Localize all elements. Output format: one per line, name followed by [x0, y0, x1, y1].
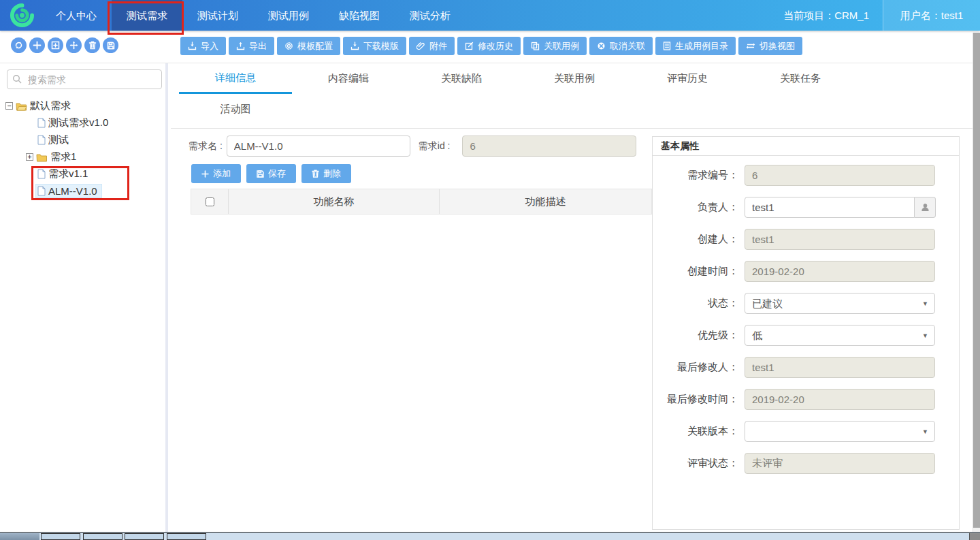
- plus-icon: [201, 170, 209, 178]
- main-content: 详细信息 内容编辑 关联缺陷 关联用例 评审历史 关联任务 活动图 需求名 : …: [171, 63, 973, 532]
- taskbar-item: [125, 533, 164, 540]
- tree-node-test-req-v10[interactable]: 测试需求v1.0: [0, 114, 165, 131]
- add-node-button[interactable]: [29, 37, 45, 53]
- priority-select[interactable]: 低 ▼: [745, 325, 935, 346]
- select-all-checkbox[interactable]: [206, 197, 214, 206]
- save-function-button[interactable]: 保存: [246, 164, 296, 183]
- folder-open-icon: [16, 101, 27, 111]
- scrollbar-thumb[interactable]: [973, 33, 980, 528]
- tree-node-test[interactable]: 测试: [0, 131, 165, 148]
- delete-node-button[interactable]: [84, 37, 100, 53]
- field-priority: 优先级： 低 ▼: [653, 325, 959, 357]
- tab-detail-info[interactable]: 详细信息: [179, 63, 292, 94]
- tab-content-edit[interactable]: 内容编辑: [292, 63, 405, 94]
- dropdown-arrow-icon: ▼: [922, 293, 928, 315]
- x-circle-icon: [597, 42, 606, 50]
- plus-icon: [33, 41, 42, 50]
- download-template-button[interactable]: 下载模版: [343, 37, 406, 55]
- toolbar: 导入 导出 模板配置 下载模版 附件 修改历史: [0, 31, 980, 63]
- nav-item-personal-center[interactable]: 个人中心: [41, 0, 112, 31]
- selected-tree-node[interactable]: ALM--V1.0: [35, 184, 102, 198]
- doc-list-icon: [663, 42, 671, 50]
- nav-item-defect-view[interactable]: 缺陷视图: [324, 0, 395, 31]
- tree-node-default-requirements[interactable]: − 默认需求: [0, 97, 165, 114]
- template-config-button[interactable]: 模板配置: [277, 37, 340, 55]
- field-requirement-number: 需求编号：: [653, 165, 959, 197]
- save-node-button[interactable]: [103, 37, 118, 53]
- function-table-header: 功能名称 功能描述: [191, 189, 652, 215]
- tab-activity-diagram[interactable]: 活动图: [179, 94, 292, 124]
- import-button[interactable]: 导入: [180, 37, 226, 55]
- function-actions: 添加 保存 删除: [191, 164, 351, 183]
- nav-item-test-analysis[interactable]: 测试分析: [395, 0, 466, 31]
- creator-input: [745, 229, 935, 250]
- field-last-modified-time: 最后修改时间：: [653, 389, 959, 421]
- add-function-button[interactable]: 添加: [191, 164, 241, 183]
- search-icon: [12, 74, 22, 84]
- taskbar-item: [41, 533, 80, 540]
- linked-version-select[interactable]: ▼: [745, 421, 935, 442]
- requirement-name-input[interactable]: [227, 136, 410, 157]
- export-button[interactable]: 导出: [229, 37, 274, 55]
- tab-linked-tasks[interactable]: 关联任务: [744, 63, 857, 94]
- requirement-name-label: 需求名 :: [189, 140, 223, 153]
- tab-linked-defects[interactable]: 关联缺陷: [405, 63, 518, 94]
- tree-node-req-v11[interactable]: 需求v1.1: [0, 165, 165, 182]
- create-time-input: [745, 261, 935, 282]
- app-window: 个人中心 测试需求 测试计划 测试用例 缺陷视图 测试分析 当前项目：CRM_1…: [0, 0, 980, 540]
- floppy-icon: [257, 170, 264, 178]
- detail-tabs: 详细信息 内容编辑 关联缺陷 关联用例 评审历史 关联任务 活动图: [171, 63, 973, 129]
- taskbar-item: [83, 533, 122, 540]
- expand-icon[interactable]: +: [26, 153, 33, 161]
- dropdown-arrow-icon: ▼: [922, 422, 928, 443]
- tab-review-history[interactable]: 评审历史: [631, 63, 744, 94]
- owner-input[interactable]: [745, 197, 915, 218]
- delete-function-button[interactable]: 删除: [301, 164, 351, 183]
- generate-case-catalog-button[interactable]: 生成用例目录: [655, 37, 736, 55]
- document-icon: [37, 186, 46, 196]
- download-icon: [350, 42, 359, 50]
- floppy-icon: [107, 42, 115, 50]
- requirement-tree-sidebar: − 默认需求 测试需求v1.0 测试 +: [0, 63, 168, 532]
- status-select[interactable]: 已建议 ▼: [745, 293, 935, 314]
- nav-item-test-case[interactable]: 测试用例: [253, 0, 324, 31]
- paperclip-icon: [416, 42, 425, 50]
- move-icon: [69, 41, 78, 50]
- pick-user-button[interactable]: [915, 197, 936, 218]
- column-function-name: 功能名称: [229, 189, 440, 214]
- taskbar-item: [167, 533, 206, 540]
- search-input[interactable]: [7, 69, 162, 89]
- collapse-icon[interactable]: −: [5, 102, 13, 110]
- field-create-time: 创建时间：: [653, 261, 959, 293]
- tree-action-icons: [11, 37, 118, 53]
- requirement-number-input: [745, 165, 935, 186]
- tree-node-alm-v10[interactable]: ALM--V1.0: [0, 182, 165, 200]
- taskbar-strip: [0, 532, 980, 540]
- tab-linked-cases[interactable]: 关联用例: [518, 63, 631, 94]
- link-case-button[interactable]: 关联用例: [523, 37, 587, 55]
- refresh-button[interactable]: [11, 37, 27, 53]
- requirement-tree: − 默认需求 测试需求v1.0 测试 +: [0, 97, 165, 200]
- plus-square-icon: [51, 41, 60, 50]
- nav-item-test-requirements[interactable]: 测试需求: [112, 0, 182, 31]
- import-icon: [188, 42, 197, 50]
- review-status-input: [745, 453, 935, 474]
- tree-node-req1[interactable]: + 需求1: [0, 148, 165, 165]
- add-child-node-button[interactable]: [48, 37, 63, 53]
- top-nav: 个人中心 测试需求 测试计划 测试用例 缺陷视图 测试分析 当前项目：CRM_1…: [0, 0, 980, 31]
- vertical-scrollbar[interactable]: [973, 33, 980, 532]
- field-creator: 创建人：: [653, 229, 959, 261]
- gear-icon: [284, 42, 293, 50]
- field-owner: 负责人：: [653, 197, 959, 229]
- taskbar-fragment: [0, 533, 39, 540]
- move-node-button[interactable]: [66, 37, 82, 53]
- document-icon: [37, 135, 46, 145]
- attachment-button[interactable]: 附件: [409, 37, 455, 55]
- username-label[interactable]: 用户名：test1: [883, 0, 980, 31]
- switch-view-button[interactable]: 切换视图: [738, 37, 802, 55]
- cancel-link-button[interactable]: 取消关联: [589, 37, 653, 55]
- swap-arrows-icon: [746, 42, 755, 50]
- edit-history-button[interactable]: 修改历史: [457, 37, 521, 55]
- nav-item-test-plan[interactable]: 测试计划: [182, 0, 253, 31]
- scrollbar-corner: [969, 533, 980, 540]
